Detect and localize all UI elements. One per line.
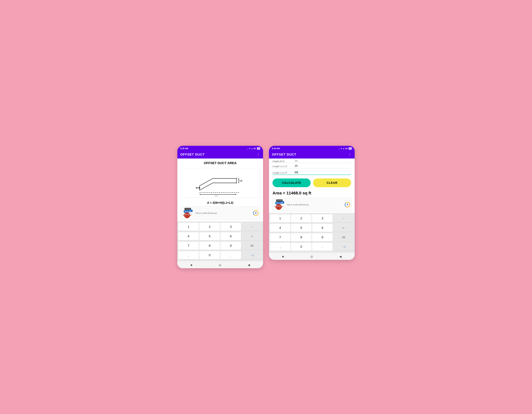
key-1-6[interactable]: 6 [220, 232, 241, 240]
key-2-3[interactable]: 3 [312, 214, 333, 222]
svg-point-28 [277, 206, 278, 207]
svg-marker-8 [235, 194, 237, 195]
key-2-comma[interactable]: , [270, 243, 290, 251]
ad-text-area-2: This is a 320×100 test ad. [287, 204, 343, 206]
key-1-5[interactable]: 5 [199, 232, 220, 240]
nav-home-2[interactable]: ◎ [310, 255, 313, 258]
key-1-9[interactable]: 9 [220, 242, 241, 250]
key-1-0[interactable]: 0 [199, 251, 220, 259]
svg-point-11 [184, 212, 190, 218]
signal-icons-2: ... ✦ ▲ 4G [338, 147, 348, 150]
ad-logo-1: A [253, 210, 258, 216]
nav-stop-2[interactable]: ■ [282, 255, 284, 258]
result-area: Area = 11468.0 sq ft [269, 190, 355, 198]
keyboard-1[interactable]: 1 2 3 − 4 5 6 ↵ 7 8 9 ⌫ , 0 . →| [177, 221, 263, 261]
key-2-6[interactable]: 6 [312, 224, 333, 232]
key-2-2[interactable]: 2 [291, 214, 312, 222]
content-1: OFFSET DUCT AREA L2 [177, 158, 263, 221]
section-title-1: OFFSET DUCT AREA [177, 158, 263, 166]
status-bar-1: 8:25 AM ... ✦ ▲ 4G 52 [177, 146, 263, 151]
nav-stop-1[interactable]: ■ [190, 263, 192, 267]
key-2-backspace[interactable]: ⌫ [333, 233, 354, 241]
content-2: Height (H) ft 30 Length ( L1 ) ft 25 Len… [269, 158, 355, 213]
app-bar-1: OFFSET DUCT ⋮ [177, 151, 263, 158]
keyboard-row-1-2: 4 5 6 ↵ [178, 232, 262, 241]
nav-bar-1: ■ ◎ ◀ [177, 261, 263, 268]
key-1-4[interactable]: 4 [178, 232, 199, 240]
key-1-8[interactable]: 8 [199, 242, 220, 250]
ad-banner-1[interactable]: Test Ad Nice job! [180, 206, 260, 220]
svg-line-35 [282, 206, 283, 207]
value-l1[interactable]: 25 [293, 164, 351, 167]
key-2-8[interactable]: 8 [291, 233, 312, 241]
key-2-9[interactable]: 9 [312, 233, 333, 241]
nav-home-1[interactable]: ◎ [219, 263, 221, 267]
scrolled-value: 30 [293, 159, 351, 163]
input-row-l1[interactable]: Length ( L1 ) ft 25 [273, 163, 351, 168]
label-l1: Length ( L1 ) ft [273, 165, 293, 167]
key-2-7[interactable]: 7 [270, 233, 290, 241]
key-2-minus[interactable]: − [333, 214, 354, 222]
svg-line-20 [183, 215, 184, 216]
keyboard-row-2-4: , 0 . →| [270, 242, 354, 251]
ad-banner-2[interactable]: Test Ad Nice job! [272, 198, 352, 212]
key-1-2[interactable]: 2 [199, 223, 220, 231]
app-title-2: OFFSET DUCT [272, 153, 296, 156]
scrolled-label: Height (H) ft [273, 160, 293, 163]
time-1: 8:25 AM [180, 147, 188, 150]
result-text: Area = 11468.0 sq ft [273, 191, 311, 195]
menu-button-1[interactable]: ⋮ [256, 153, 260, 156]
key-1-enter[interactable]: ↵ [242, 232, 262, 240]
nav-back-2[interactable]: ◀ [339, 255, 342, 258]
ad-text-area-1: This is a 320×100 test ad. [195, 212, 252, 214]
duct-diagram: L2 L1 W×H [195, 170, 245, 196]
menu-button-2[interactable]: ⋮ [348, 153, 352, 156]
clear-button[interactable]: CLEAR [313, 178, 351, 187]
key-2-0[interactable]: 0 [291, 243, 312, 251]
key-2-dot[interactable]: . [312, 243, 333, 251]
phone-2: 8:26 AM ... ✦ ▲ 4G 52 OFFSET DUCT ⋮ Heig… [269, 146, 355, 260]
formula-1: A = 2(W+H)(L1+L2) [177, 199, 263, 206]
key-1-3[interactable]: 3 [220, 223, 241, 231]
phones-container: 8:25 AM ... ✦ ▲ 4G 52 OFFSET DUCT ⋮ OFFS… [177, 146, 355, 268]
phone-1: 8:25 AM ... ✦ ▲ 4G 52 OFFSET DUCT ⋮ OFFS… [177, 146, 263, 268]
svg-line-21 [190, 215, 191, 216]
key-2-5[interactable]: 5 [291, 224, 312, 232]
keyboard-2[interactable]: 1 2 3 − 4 5 6 ↵ 7 8 9 ⌫ , 0 . →| [269, 213, 355, 252]
svg-point-25 [276, 204, 282, 210]
key-1-tab[interactable]: →| [242, 251, 262, 259]
battery-2: 52 [349, 147, 352, 150]
keyboard-row-1-3: 7 8 9 ⌫ [178, 241, 262, 250]
key-2-tab[interactable]: →| [333, 243, 354, 251]
buttons-row-2: CALCULATE CLEAR [269, 176, 355, 190]
key-1-backspace[interactable]: ⌫ [242, 242, 262, 250]
label-l2: Length ( L2 ) ft [273, 172, 293, 174]
key-2-1[interactable]: 1 [270, 214, 290, 222]
cursor-l2 [298, 171, 298, 174]
app-title-1: OFFSET DUCT [180, 153, 205, 156]
svg-text:W×H: W×H [196, 187, 200, 189]
key-1-dot[interactable]: . [220, 251, 241, 259]
svg-marker-3 [238, 178, 239, 179]
status-bar-2: 8:26 AM ... ✦ ▲ 4G 52 [269, 146, 355, 151]
key-1-minus[interactable]: − [242, 223, 262, 231]
calculate-button[interactable]: CALCULATE [273, 178, 311, 187]
input-section-2: Length ( L1 ) ft 25 Length ( L2 ) ft 69 [269, 163, 355, 175]
time-2: 8:26 AM [272, 147, 280, 150]
input-row-l2[interactable]: Length ( L2 ) ft 69 [273, 169, 351, 175]
status-right-1: ... ✦ ▲ 4G 52 [247, 147, 260, 150]
key-1-comma[interactable]: , [178, 251, 199, 259]
key-2-4[interactable]: 4 [270, 224, 290, 232]
key-2-enter[interactable]: ↵ [333, 224, 354, 232]
diagram-1: L2 L1 W×H [180, 168, 260, 198]
value-l2[interactable]: 69 [293, 171, 351, 174]
ad-text-2: This is a 320×100 test ad. [287, 204, 343, 206]
svg-point-15 [188, 214, 189, 215]
key-1-7[interactable]: 7 [178, 242, 199, 250]
key-1-1[interactable]: 1 [178, 223, 199, 231]
keyboard-row-2-3: 7 8 9 ⌫ [270, 233, 354, 241]
keyboard-row-1-4: , 0 . →| [178, 251, 262, 260]
ad-logo-2: A [345, 202, 350, 207]
nav-back-1[interactable]: ◀ [248, 263, 250, 267]
svg-text:L2: L2 [240, 179, 242, 182]
